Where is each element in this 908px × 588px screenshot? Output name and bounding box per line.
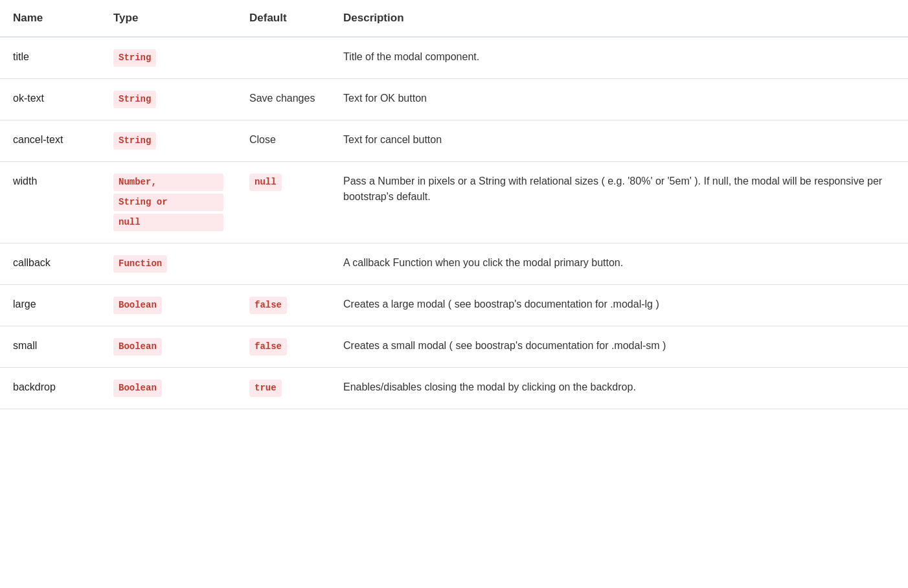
cell-default: Close: [236, 120, 330, 162]
cell-default: true: [236, 368, 330, 409]
cell-type: String: [100, 79, 236, 120]
type-badge: String: [113, 132, 156, 150]
cell-name: width: [0, 162, 100, 243]
cell-default: false: [236, 285, 330, 326]
type-badge: Boolean: [113, 379, 162, 397]
cell-name: backdrop: [0, 368, 100, 409]
cell-type: Boolean: [100, 326, 236, 368]
table-row: smallBooleanfalseCreates a small modal (…: [0, 326, 908, 368]
cell-description: Enables/disables closing the modal by cl…: [330, 368, 908, 409]
cell-default: Save changes: [236, 79, 330, 120]
cell-default: false: [236, 326, 330, 368]
type-badge: Number,: [113, 174, 223, 191]
cell-type: String: [100, 120, 236, 162]
cell-name: small: [0, 326, 100, 368]
cell-description: Creates a large modal ( see boostrap's d…: [330, 285, 908, 326]
cell-name: ok-text: [0, 79, 100, 120]
cell-description: Text for OK button: [330, 79, 908, 120]
cell-name: cancel-text: [0, 120, 100, 162]
cell-name: title: [0, 37, 100, 79]
default-badge: null: [249, 174, 282, 191]
header-description: Description: [330, 0, 908, 37]
table-row: largeBooleanfalseCreates a large modal (…: [0, 285, 908, 326]
header-name: Name: [0, 0, 100, 37]
cell-description: Title of the modal component.: [330, 37, 908, 79]
table-row: callbackFunctionA callback Function when…: [0, 243, 908, 285]
default-badge: false: [249, 297, 287, 314]
table-container: Name Type Default Description titleStrin…: [0, 0, 908, 588]
cell-type: Boolean: [100, 285, 236, 326]
default-badge: true: [249, 379, 282, 397]
cell-default: [236, 243, 330, 285]
type-badge: null: [113, 214, 223, 231]
table-row: titleStringTitle of the modal component.: [0, 37, 908, 79]
cell-type: Function: [100, 243, 236, 285]
type-badge: Function: [113, 255, 167, 273]
header-type: Type: [100, 0, 236, 37]
table-row: widthNumber,String ornullnullPass a Numb…: [0, 162, 908, 243]
props-table: Name Type Default Description titleStrin…: [0, 0, 908, 409]
table-header-row: Name Type Default Description: [0, 0, 908, 37]
cell-type: Boolean: [100, 368, 236, 409]
table-row: cancel-textStringCloseText for cancel bu…: [0, 120, 908, 162]
default-badge: false: [249, 338, 287, 356]
cell-default: null: [236, 162, 330, 243]
table-row: backdropBooleantrueEnables/disables clos…: [0, 368, 908, 409]
cell-description: Pass a Number in pixels or a String with…: [330, 162, 908, 243]
cell-description: Text for cancel button: [330, 120, 908, 162]
cell-default: [236, 37, 330, 79]
cell-type: String: [100, 37, 236, 79]
type-badge: Boolean: [113, 297, 162, 314]
header-default: Default: [236, 0, 330, 37]
type-badge: String or: [113, 194, 223, 211]
cell-type: Number,String ornull: [100, 162, 236, 243]
cell-description: A callback Function when you click the m…: [330, 243, 908, 285]
cell-description: Creates a small modal ( see boostrap's d…: [330, 326, 908, 368]
cell-name: callback: [0, 243, 100, 285]
table-row: ok-textStringSave changesText for OK but…: [0, 79, 908, 120]
cell-name: large: [0, 285, 100, 326]
type-badge: String: [113, 49, 156, 67]
type-badge: String: [113, 91, 156, 108]
type-badge: Boolean: [113, 338, 162, 356]
